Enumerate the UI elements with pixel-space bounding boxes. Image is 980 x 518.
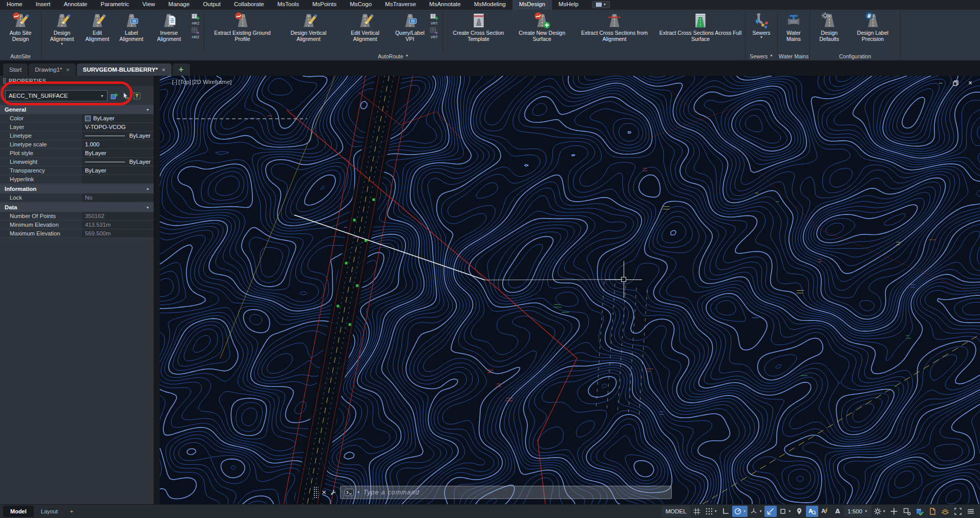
autoscale-icon[interactable]: A <box>819 506 831 517</box>
collapse-icon[interactable]: ▼ <box>146 206 150 209</box>
panel-title[interactable]: AutoRoute▼ <box>41 53 745 60</box>
ribbon-button-water-mains[interactable]: Water Mains <box>779 11 808 51</box>
annotation-scale-icon[interactable]: A <box>832 506 844 517</box>
object-snap-tracking-icon[interactable] <box>764 506 777 517</box>
collapse-icon[interactable]: ▼ <box>146 187 150 191</box>
command-recent-caret-icon[interactable]: ▼ <box>357 491 360 494</box>
collapse-icon[interactable]: ▼ <box>146 108 150 112</box>
ribbon-button-extract-existing-ground-profile[interactable]: Extract Existing Ground Profile <box>206 11 279 51</box>
object-snap-icon[interactable]: ▼ <box>777 506 793 517</box>
property-value[interactable]: ByLayer <box>82 149 154 157</box>
ribbon-button-design-alignment[interactable]: Design Alignment▼ <box>43 11 81 51</box>
file-tab-survgeomblueberry[interactable]: SURVGEOM-BLUEBERRY*× <box>77 63 172 76</box>
ribbon-tab-mstraverse[interactable]: MsTraverse <box>378 0 422 10</box>
palette-grip-icon[interactable] <box>3 78 6 84</box>
properties-palette-header[interactable]: PROPERTIES <box>0 76 154 86</box>
model-space-button[interactable]: MODEL <box>662 506 690 517</box>
geolocation-pin-icon[interactable] <box>793 506 805 517</box>
command-bar-grip[interactable] <box>313 486 318 499</box>
property-value[interactable] <box>82 175 154 183</box>
restore-icon[interactable] <box>952 80 959 86</box>
section-header-data[interactable]: Data▼ <box>0 203 154 212</box>
small-button-hrz-1[interactable]: HRZ <box>189 26 202 39</box>
ribbon-button-design-vertical-alignment[interactable]: Design Vertical Alignment <box>279 11 338 51</box>
command-input[interactable]: ▼ Type a command <box>340 486 672 499</box>
ribbon-tab-mscogo[interactable]: MsCogo <box>343 0 378 10</box>
ribbon-tab-msannotate[interactable]: MsAnnotate <box>422 0 467 10</box>
snap-mode-icon[interactable]: ▼ <box>704 506 719 517</box>
ribbon-tab-mstools[interactable]: MsTools <box>271 0 306 10</box>
ribbon-button-create-new-design-surface[interactable]: Create New Design Surface <box>513 11 571 51</box>
ribbon-button-label-alignment[interactable]: Label Alignment <box>114 11 149 51</box>
workspace-gear-icon[interactable]: ▼ <box>872 506 887 517</box>
object-type-dropdown[interactable]: AECC_TIN_SURFACE ▼ <box>5 90 108 101</box>
scale-display[interactable]: 1:500▼ <box>844 506 871 517</box>
ribbon-button-edit-alignment[interactable]: Edit Alignment <box>81 11 114 51</box>
ribbon-tab-mspoints[interactable]: MsPoints <box>306 0 343 10</box>
ribbon-tab-home[interactable]: Home <box>0 0 29 10</box>
property-value[interactable]: ByLayer <box>82 166 154 175</box>
isometric-drafting-icon[interactable]: ▼ <box>748 506 763 517</box>
ribbon-button-query-label-vpi[interactable]: Query/Label VPI <box>392 11 428 51</box>
ribbon-button-auto-site-design[interactable]: Auto Site Design <box>2 11 39 51</box>
close-icon[interactable]: × <box>967 80 974 86</box>
ribbon-display-toggle-button[interactable]: ▼ <box>592 1 610 8</box>
close-icon[interactable]: × <box>162 67 165 73</box>
ribbon-tab-manage[interactable]: Manage <box>162 0 197 10</box>
viewport-menu-control[interactable]: [-] <box>172 79 177 85</box>
ribbon-button-create-cross-section-template[interactable]: Create Cross Section Template <box>444 11 513 51</box>
ribbon-button-extract-cross-sections-from-alignment[interactable]: Extract Cross Sections from Alignment <box>571 11 657 51</box>
viewport-view-control[interactable]: [Top] <box>178 79 191 85</box>
grid-icon[interactable] <box>691 506 703 517</box>
close-icon[interactable]: × <box>66 67 69 73</box>
isolate-objects-icon[interactable] <box>901 506 913 517</box>
small-button-hrz-0[interactable]: HRZ <box>189 12 202 25</box>
small-button-vrt-1[interactable]: VRT <box>428 26 441 39</box>
ribbon-tab-mshelp[interactable]: MsHelp <box>552 0 585 10</box>
section-header-information[interactable]: Information▼ <box>0 184 154 193</box>
viewport-visual-style-control[interactable]: [2D Wireframe] <box>192 79 231 85</box>
ribbon-button-edit-vertical-alignment[interactable]: Edit Vertical Alignment <box>338 11 392 51</box>
ribbon-tab-parametric[interactable]: Parametric <box>94 0 136 10</box>
layers-warning-icon[interactable] <box>939 506 951 517</box>
model-tab[interactable]: Model <box>3 506 34 517</box>
file-tab-start[interactable]: Start <box>3 63 28 76</box>
ribbon-tab-output[interactable]: Output <box>196 0 227 10</box>
section-header-general[interactable]: General▼ <box>0 105 154 114</box>
ribbon-button-sewers[interactable]: Sewers▼ <box>747 11 776 51</box>
trace-icon[interactable] <box>926 506 939 517</box>
ribbon-tab-msdesign[interactable]: MsDesign <box>513 0 552 10</box>
polar-tracking-icon[interactable]: ▼ <box>732 506 748 517</box>
small-button-vrt-0[interactable]: VRT <box>428 12 441 25</box>
property-value[interactable]: ByLayer <box>82 132 154 140</box>
clean-screen-icon[interactable] <box>952 506 964 517</box>
ribbon-tab-collaborate[interactable]: Collaborate <box>227 0 271 10</box>
property-value[interactable]: ByLayer <box>82 114 154 122</box>
plus-icon[interactable] <box>888 506 900 517</box>
panel-title[interactable]: Sewers▼ <box>745 53 777 60</box>
customization-menu-icon[interactable] <box>965 506 977 517</box>
layout-tab[interactable]: Layout <box>34 506 65 517</box>
ribbon-tab-insert[interactable]: Insert <box>29 0 57 10</box>
pickadd-toggle-icon[interactable] <box>110 92 119 100</box>
select-objects-icon[interactable] <box>121 92 130 100</box>
command-bar-close-icon[interactable]: ✕ <box>322 489 327 496</box>
property-value[interactable]: 1.000 <box>82 140 154 148</box>
annotation-visibility-icon[interactable]: A <box>806 506 818 517</box>
ribbon-button-extract-cross-sections-across-full-surface[interactable]: Extract Cross Sections Across Full Surfa… <box>657 11 743 51</box>
ortho-icon[interactable] <box>719 506 732 517</box>
ribbon-tab-msmodeling[interactable]: MsModeling <box>467 0 513 10</box>
file-tab-drawing1[interactable]: Drawing1*× <box>29 63 76 76</box>
quick-select-icon[interactable] <box>133 92 141 100</box>
ribbon-button-design-label-precision[interactable]: #Design Label Precision <box>847 11 899 51</box>
ribbon-button-inverse-alignment[interactable]: Inverse Alignment <box>149 11 189 51</box>
ribbon-tab-annotate[interactable]: Annotate <box>57 0 94 10</box>
ribbon-tab-view[interactable]: View <box>136 0 162 10</box>
command-bar-customize-icon[interactable] <box>330 489 337 496</box>
new-drawing-tab-button[interactable]: + <box>173 63 190 76</box>
minimize-icon[interactable]: – <box>937 80 944 86</box>
add-layout-button[interactable]: + <box>65 508 78 514</box>
drawing-canvas[interactable] <box>160 76 980 504</box>
graphics-performance-icon[interactable] <box>913 506 926 517</box>
property-value[interactable]: ByLayer <box>82 158 154 166</box>
